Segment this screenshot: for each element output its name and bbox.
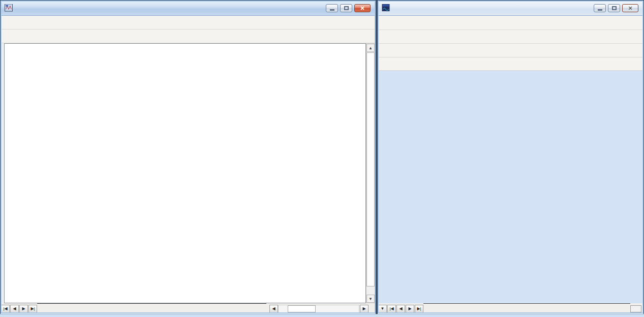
scroll-up-button[interactable]: ▲ [366,44,375,52]
last-page-button[interactable]: ▶| [415,305,423,313]
next-page-button[interactable]: ▶ [19,305,28,313]
prev-page-button[interactable]: ◀ [10,305,19,313]
horizontal-scrollbar[interactable] [278,305,359,313]
window-controls: ✕ [592,4,638,12]
prev-page-button[interactable]: ◀ [396,305,405,313]
minimize-button[interactable] [594,4,606,12]
window-controls: ✕ [324,4,371,12]
vertical-scrollbar[interactable]: ▲ ▼ [366,43,375,303]
chart-panel[interactable] [379,71,642,303]
first-page-button[interactable]: |◀ [387,305,396,313]
edit-toolbar [1,30,376,43]
format-toolbar [378,57,643,71]
close-button[interactable]: ✕ [622,4,638,12]
schematic-canvas-frame [4,43,366,303]
last-page-button[interactable]: ▶| [28,305,37,313]
transient-analysis-window: ✕ ▼ |◀ ◀ ▶ ▶| [377,0,644,314]
schematic-bottom-bar: |◀ ◀ ▶ ▶| ◀ ▶ [1,303,376,314]
desktop: ✕ ▲ ▼ |◀ ◀ ▶ ▶| ◀ ▶ ✕ ▼ |◀ ◀ ▶ ▶| [0,0,644,317]
app-icon [5,4,13,12]
wave-toolbar [378,44,643,57]
hscroll-right-button[interactable]: ▶ [360,305,369,313]
maximize-button[interactable] [340,4,352,12]
horizontal-scroll-thumb[interactable] [630,305,641,312]
first-page-button[interactable]: |◀ [1,305,10,313]
schematic-window: ✕ ▲ ▼ |◀ ◀ ▶ ▶| ◀ ▶ [0,0,376,314]
next-page-button[interactable]: ▶ [406,305,414,313]
scroll-down-button[interactable]: ▼ [366,295,375,303]
tab-strip-line [423,303,630,314]
page-dropdown-button[interactable]: ▼ [378,305,387,313]
main-toolbar [1,16,376,30]
schematic-titlebar[interactable] [1,1,376,16]
horizontal-scroll-thumb[interactable] [288,305,316,312]
status-strip [0,314,644,317]
panel-toolbar [378,30,643,44]
tab-strip-line [37,303,266,314]
close-button[interactable]: ✕ [354,4,371,12]
hscroll-left-button[interactable]: ◀ [269,305,278,313]
vertical-scroll-thumb[interactable] [366,52,375,286]
analysis-toolbar [378,16,643,30]
transient-icon [382,4,390,12]
maximize-button[interactable] [608,4,620,12]
schematic-canvas[interactable] [5,44,365,303]
chart-client-area [379,71,642,303]
minimize-button[interactable] [326,4,338,12]
chart-bottom-bar: ▼ |◀ ◀ ▶ ▶| [378,303,643,314]
